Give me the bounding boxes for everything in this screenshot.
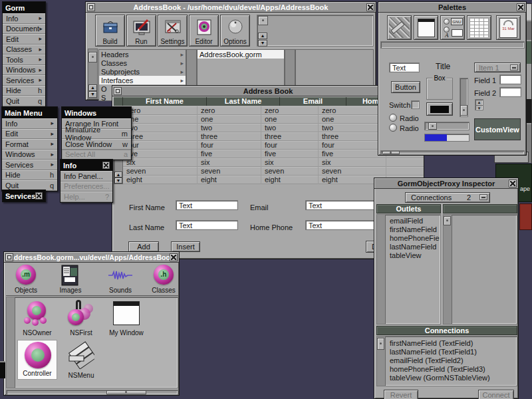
list-scrollbar[interactable]	[7, 297, 15, 388]
table-cell[interactable]: one	[123, 115, 198, 124]
table-cell[interactable]: zero	[198, 106, 261, 115]
palette-thumb-controls[interactable]: GNU A	[440, 15, 465, 40]
list-item-lastnamefield-textfield1[interactable]: lastNameField (TextField1)	[387, 348, 516, 356]
table-cell[interactable]: six	[319, 158, 386, 167]
main-menu-title[interactable]: Main Menu	[2, 107, 57, 118]
actions-header[interactable]	[443, 204, 517, 213]
close-button[interactable]	[517, 3, 525, 11]
tab-classes[interactable]: .h Classes	[146, 263, 181, 295]
palette-text-field[interactable]: Text	[389, 63, 420, 72]
object-item-nsfirst[interactable]: NSFirst	[60, 300, 102, 337]
slider-knob[interactable]	[428, 122, 437, 130]
miniaturize-button[interactable]	[5, 253, 13, 261]
table-cell[interactable]: seven	[123, 167, 198, 176]
settings-button[interactable]: Settings	[158, 15, 188, 47]
table-cell[interactable]: six	[198, 158, 261, 167]
horizontal-slider[interactable]	[424, 122, 469, 130]
tab-sounds[interactable]: Sounds	[102, 263, 139, 295]
scrollbar-knob[interactable]	[382, 151, 400, 154]
menu-item-hide[interactable]: Hideh	[2, 170, 57, 181]
scroll-down-icon[interactable]: ▼	[88, 91, 97, 98]
browser-item-addressbook-gorm[interactable]: AddressBook.gorm	[198, 50, 284, 59]
menu-item-miniaturize-window[interactable]: Miniaturize Windowm	[62, 129, 131, 140]
list-item-tableview-gormnstableview[interactable]: tableView (GormNSTableView)	[387, 374, 516, 382]
palette-thumb-windows[interactable]	[414, 15, 438, 40]
miniaturize-button[interactable]	[87, 3, 95, 11]
palette-thumb-misc[interactable]: 31 Mar	[496, 15, 521, 40]
table-cell[interactable]: zero	[261, 106, 319, 115]
radio-button-2[interactable]	[389, 124, 397, 132]
inspector-popup-button[interactable]: Connections 2	[405, 192, 490, 203]
list-item-homephonefield-textfield3[interactable]: homePhoneField (TextField3)	[387, 365, 516, 374]
address-book-titlebar[interactable]: Address Book	[112, 86, 424, 96]
scrollbar-knob[interactable]	[258, 16, 268, 25]
list-scrollbar[interactable]	[377, 215, 386, 324]
menu-item-info[interactable]: Info▸	[3, 13, 45, 24]
palettes-titlebar[interactable]: Palettes	[378, 2, 526, 13]
stepper-up-icon[interactable]: ▲	[475, 100, 483, 106]
table-cell[interactable]: three	[123, 132, 198, 141]
palette-title-label[interactable]: Title	[436, 62, 450, 71]
tab-objects[interactable]: .m Objects	[7, 263, 45, 295]
menu-item-info-panel[interactable]: Info Panel...	[61, 171, 112, 182]
last-name-field[interactable]: Text	[176, 220, 238, 230]
table-cell[interactable]: eight	[198, 176, 261, 184]
home-phone-field[interactable]: Text	[305, 220, 374, 230]
column-header-email[interactable]: Email	[280, 97, 346, 106]
palette-well-button[interactable]	[426, 102, 453, 116]
table-cell[interactable]: four	[319, 141, 386, 150]
vertical-slider[interactable]	[460, 78, 468, 117]
column-header-first-name[interactable]: First Name	[123, 97, 207, 106]
table-cell[interactable]: seven	[261, 167, 319, 176]
switch-checkbox[interactable]	[411, 100, 420, 109]
table-cell[interactable]: five	[123, 150, 198, 158]
menu-item-tools[interactable]: Tools▸	[3, 55, 45, 65]
options-button[interactable]: Options	[220, 15, 250, 47]
palette-thumb-menus[interactable]	[387, 15, 412, 40]
list-item-homephonefield[interactable]: homePhoneField	[387, 234, 440, 243]
table-cell[interactable]: two	[198, 124, 261, 132]
close-button[interactable]	[366, 3, 374, 11]
menu-item-format[interactable]: Format▸	[2, 139, 57, 150]
scroll-up-icon[interactable]: ▲	[114, 172, 122, 178]
project-window-titlebar[interactable]: AddressBook - /usr/home/dvu/devel/Apps/A…	[86, 2, 376, 13]
table-cell[interactable]: four	[123, 141, 198, 150]
services-menu-title[interactable]: Services	[3, 190, 45, 201]
close-button[interactable]	[170, 253, 178, 261]
menu-item-classes[interactable]: Classes▸	[3, 45, 45, 55]
table-cell[interactable]: eight	[261, 176, 319, 184]
outlets-header[interactable]: Outlets	[376, 204, 441, 213]
table-row[interactable]: sixsixsixsix	[123, 158, 424, 167]
tab-images[interactable]: Images	[52, 263, 89, 295]
table-cell[interactable]: six	[261, 158, 319, 167]
table-cell[interactable]: five	[319, 150, 386, 158]
browser-item-classes[interactable]: Classes▸	[99, 59, 186, 67]
browser-item-subprojects[interactable]: Subprojects▸	[99, 67, 186, 76]
table-cell[interactable]: five	[198, 150, 261, 158]
miniaturize-button[interactable]	[114, 87, 122, 95]
windows-submenu-title[interactable]: Windows	[62, 107, 131, 118]
stepper-down-icon[interactable]: ▼	[475, 106, 483, 111]
table-cell[interactable]: one	[319, 115, 386, 124]
object-item-nsowner[interactable]: NSOwner	[16, 300, 59, 337]
close-button[interactable]	[509, 180, 517, 188]
table-cell[interactable]: zero	[123, 106, 198, 115]
object-item-nsmenu[interactable]: NSMenu	[60, 341, 102, 380]
palette-box[interactable]: Box	[426, 78, 453, 100]
palette-popup-button[interactable]: Item 1	[474, 63, 521, 72]
scroll-down-icon[interactable]: ▼	[258, 40, 267, 47]
document-bottom-scrollbar[interactable]	[6, 390, 178, 395]
list-item-firstnamefield-textfield[interactable]: firstNameField (TextField)	[387, 339, 516, 348]
table-cell[interactable]: eight	[123, 176, 198, 184]
menu-item-services[interactable]: Services▸	[2, 160, 57, 170]
list-scrollbar[interactable]	[444, 215, 452, 324]
radio-button-1[interactable]	[389, 114, 397, 122]
table-cell[interactable]: five	[261, 150, 319, 158]
list-item-firstnamefield[interactable]: firstNameField	[387, 225, 440, 234]
close-button[interactable]	[35, 192, 43, 200]
table-cell[interactable]: three	[198, 132, 261, 141]
table-cell[interactable]: three	[261, 132, 319, 141]
scrollbar-knob[interactable]	[106, 390, 146, 394]
first-name-field[interactable]: Text	[176, 200, 238, 210]
menu-item-hide[interactable]: Hideh	[3, 86, 45, 96]
